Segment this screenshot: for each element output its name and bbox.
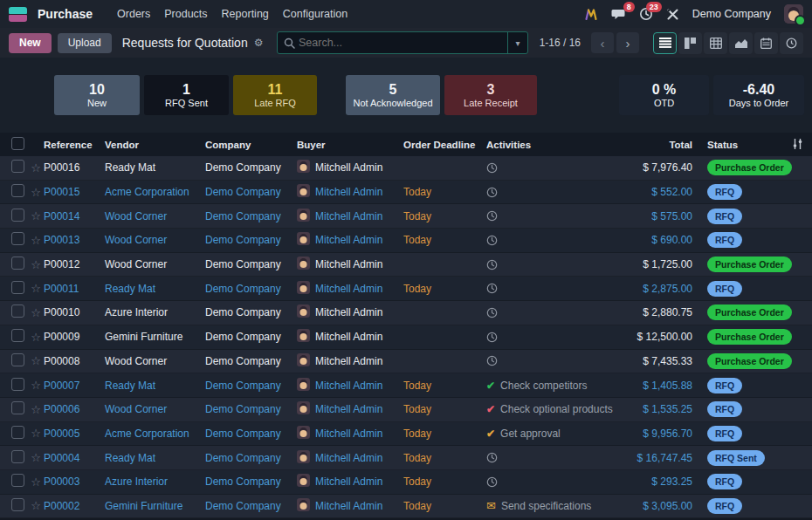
clock-activity-icon[interactable]: [486, 210, 602, 222]
menu-orders[interactable]: Orders: [110, 3, 157, 25]
activity-cell[interactable]: ✔Check optional products: [486, 403, 602, 415]
search-dropdown-toggle[interactable]: ▾: [507, 32, 527, 53]
menu-products[interactable]: Products: [157, 3, 214, 25]
clock-activity-icon[interactable]: [486, 162, 602, 174]
tools-icon[interactable]: [666, 8, 679, 21]
star-icon[interactable]: ☆: [28, 354, 44, 367]
row-checkbox[interactable]: [11, 353, 24, 366]
kpi-new[interactable]: 10 New: [54, 75, 140, 115]
row-checkbox[interactable]: [11, 498, 24, 511]
col-company[interactable]: Company: [205, 140, 297, 150]
app-name[interactable]: Purchase: [38, 7, 93, 21]
table-row[interactable]: ☆ P00007 Ready Mat Demo Company Mitchell…: [0, 373, 812, 398]
list-view-button[interactable]: [653, 32, 677, 54]
kpi-late-receipt[interactable]: 3 Late Receipt: [444, 75, 537, 115]
row-checkbox[interactable]: [11, 450, 24, 463]
row-checkbox[interactable]: [11, 257, 24, 270]
star-icon[interactable]: ☆: [28, 451, 44, 464]
kpi-late-rfq[interactable]: 11 Late RFQ: [233, 75, 317, 115]
star-icon[interactable]: ☆: [28, 499, 44, 512]
optional-columns-icon[interactable]: [791, 138, 804, 152]
star-icon[interactable]: ☆: [28, 427, 44, 440]
row-checkbox[interactable]: [11, 232, 24, 245]
row-checkbox[interactable]: [11, 329, 24, 342]
table-row[interactable]: ☆ P00005 Acme Corporation Demo Company M…: [0, 422, 812, 447]
star-icon[interactable]: ☆: [28, 306, 44, 319]
row-checkbox[interactable]: [11, 304, 24, 318]
clock-activity-icon[interactable]: [486, 476, 602, 488]
clock-activity-icon[interactable]: [486, 235, 602, 246]
kpi-otd[interactable]: 0 % OTD: [619, 75, 709, 115]
table-row[interactable]: ☆ P00010 Azure Interior Demo Company Mit…: [0, 301, 812, 325]
kpi-not-acknowledged[interactable]: 5 Not Acknowledged: [346, 75, 440, 115]
activity-cell[interactable]: ✉Send specifications: [486, 499, 602, 512]
table-row[interactable]: ☆ P00004 Ready Mat Demo Company Mitchell…: [0, 446, 812, 470]
action-gear-icon[interactable]: ⚙: [254, 37, 264, 49]
clock-activity-icon[interactable]: [486, 452, 602, 463]
graph-view-button[interactable]: [729, 32, 753, 54]
select-all-checkbox[interactable]: [11, 137, 24, 150]
table-row[interactable]: ☆ P00012 Wood Corner Demo Company Mitche…: [0, 253, 812, 277]
purchase-app-icon[interactable]: [9, 7, 27, 22]
new-button[interactable]: New: [9, 33, 52, 53]
star-icon[interactable]: ☆: [28, 331, 44, 344]
messages-icon[interactable]: 8: [611, 7, 626, 21]
row-checkbox[interactable]: [11, 401, 24, 414]
clock-activity-icon[interactable]: [486, 355, 602, 366]
row-checkbox[interactable]: [11, 281, 24, 294]
col-order-deadline[interactable]: Order Deadline: [403, 140, 486, 150]
col-activities[interactable]: Activities: [486, 140, 602, 150]
table-row[interactable]: ☆ P00013 Wood Corner Demo Company Mitche…: [0, 229, 812, 253]
star-icon[interactable]: ☆: [28, 379, 44, 392]
row-checkbox[interactable]: [11, 378, 24, 391]
table-row[interactable]: ☆ P00008 Wood Corner Demo Company Mitche…: [0, 350, 812, 374]
table-row[interactable]: ☆ P00016 Ready Mat Demo Company Mitchell…: [0, 156, 812, 181]
table-row[interactable]: ☆ P00006 Wood Corner Demo Company Mitche…: [0, 398, 812, 422]
table-row[interactable]: ☆ P00011 Ready Mat Demo Company Mitchell…: [0, 277, 812, 301]
star-icon[interactable]: ☆: [28, 403, 44, 416]
row-checkbox[interactable]: [11, 160, 24, 173]
row-checkbox[interactable]: [11, 209, 24, 222]
activity-cell[interactable]: ✔Check competitors: [486, 380, 602, 392]
menu-configuration[interactable]: Configuration: [276, 3, 354, 25]
star-icon[interactable]: ☆: [28, 282, 44, 295]
table-row[interactable]: ☆ P00014 Wood Corner Demo Company Mitche…: [0, 204, 812, 229]
search-input[interactable]: [295, 37, 507, 49]
col-vendor[interactable]: Vendor: [105, 140, 205, 150]
star-icon[interactable]: ☆: [28, 161, 44, 174]
pager-prev-button[interactable]: ‹: [591, 32, 614, 53]
star-icon[interactable]: ☆: [28, 186, 44, 199]
star-icon[interactable]: ☆: [28, 476, 44, 489]
calendar-view-button[interactable]: [754, 32, 778, 54]
activities-icon[interactable]: 23: [639, 7, 653, 21]
col-buyer[interactable]: Buyer: [297, 140, 403, 150]
clock-activity-icon[interactable]: [486, 332, 602, 343]
star-icon[interactable]: ☆: [28, 234, 44, 247]
table-row[interactable]: ☆ P00003 Azure Interior Demo Company Mit…: [0, 470, 812, 495]
row-checkbox[interactable]: [11, 474, 24, 487]
activity-view-button[interactable]: [780, 32, 803, 54]
table-row[interactable]: ☆ P00002 Gemini Furniture Demo Company M…: [0, 495, 812, 519]
col-reference[interactable]: Reference: [44, 140, 105, 150]
kpi-days-to-order[interactable]: -6.40 Days to Order: [713, 75, 804, 115]
clock-activity-icon[interactable]: [486, 307, 602, 318]
col-total[interactable]: Total: [602, 140, 700, 150]
table-row[interactable]: ☆ P00009 Gemini Furniture Demo Company M…: [0, 325, 812, 350]
table-row[interactable]: ☆ P00015 Acme Corporation Demo Company M…: [0, 181, 812, 205]
company-switcher[interactable]: Demo Company: [692, 8, 771, 20]
ai-icon[interactable]: [584, 8, 598, 21]
kpi-rfq-sent[interactable]: 1 RFQ Sent: [144, 75, 229, 115]
activity-cell[interactable]: ✔Get approval: [486, 428, 602, 440]
clock-activity-icon[interactable]: [486, 283, 602, 294]
kanban-view-button[interactable]: [678, 32, 702, 54]
pivot-view-button[interactable]: [704, 32, 727, 54]
user-avatar[interactable]: [784, 4, 803, 24]
row-checkbox[interactable]: [11, 426, 24, 439]
clock-activity-icon[interactable]: [486, 187, 602, 198]
star-icon[interactable]: ☆: [28, 209, 44, 222]
upload-button[interactable]: Upload: [58, 33, 112, 53]
row-checkbox[interactable]: [11, 184, 24, 197]
pager-next-button[interactable]: ›: [616, 32, 639, 53]
clock-activity-icon[interactable]: [486, 259, 602, 270]
search-bar[interactable]: ▾: [277, 31, 528, 54]
